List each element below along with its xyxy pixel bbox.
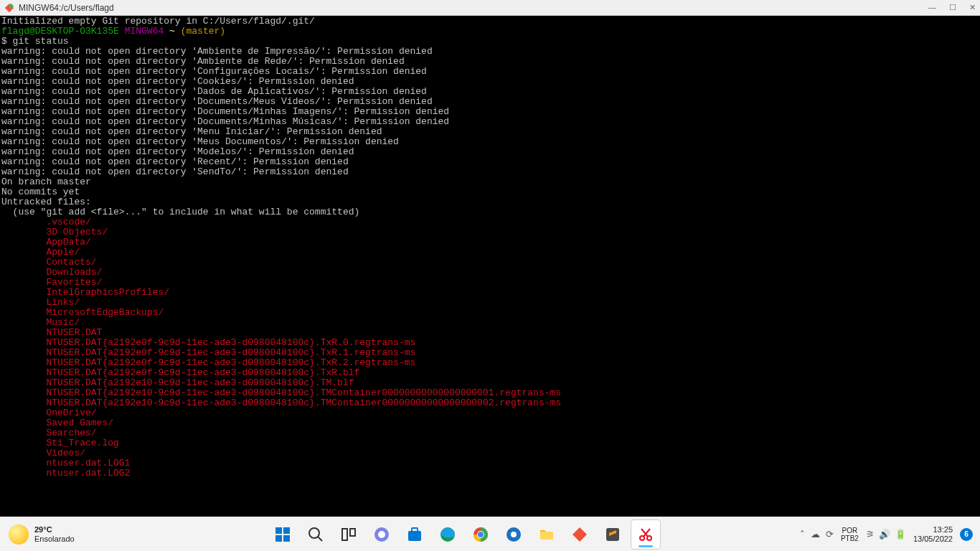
sublime-button[interactable] <box>598 520 627 549</box>
window-titlebar: MINGW64:/c/Users/flagd — ☐ ✕ <box>0 0 980 16</box>
svg-rect-13 <box>408 531 421 541</box>
explorer-button[interactable] <box>532 520 561 549</box>
taskbar-tray: ˄ ☁ ⟳ POR PTB2 ⚞ 🔊 🔋 13:25 13/05/2022 6 <box>800 525 980 544</box>
weather-widget[interactable]: 29°C Ensolarado <box>0 524 129 545</box>
taskbar: 29°C Ensolarado <box>0 517 980 551</box>
widgets-button[interactable] <box>367 520 396 549</box>
chevron-up-icon[interactable]: ˄ <box>800 529 805 540</box>
terminal-output[interactable]: Initialized empty Git repository in C:/U… <box>0 16 980 517</box>
minimize-button[interactable]: — <box>928 3 936 12</box>
svg-rect-6 <box>283 535 290 542</box>
search-button[interactable] <box>301 520 330 549</box>
weather-temp: 29°C <box>34 525 75 534</box>
edge-button[interactable] <box>433 520 462 549</box>
steam-button[interactable] <box>499 520 528 549</box>
notification-badge[interactable]: 6 <box>960 528 973 541</box>
language-button[interactable]: POR PTB2 <box>841 527 859 542</box>
svg-point-20 <box>478 532 484 537</box>
weather-desc: Ensolarado <box>34 534 75 544</box>
battery-icon[interactable]: 🔋 <box>895 529 906 540</box>
maximize-button[interactable]: ☐ <box>949 3 956 12</box>
svg-rect-10 <box>350 529 355 536</box>
sun-icon <box>9 524 29 545</box>
git-button[interactable] <box>565 520 594 549</box>
svg-rect-3 <box>275 527 282 534</box>
task-view-button[interactable] <box>334 520 363 549</box>
svg-line-8 <box>318 537 322 541</box>
svg-rect-5 <box>275 535 282 542</box>
svg-point-22 <box>511 532 517 537</box>
window-title: MINGW64:/c/Users/flagd <box>19 3 114 13</box>
snip-button[interactable] <box>631 520 660 549</box>
sync-icon[interactable]: ⟳ <box>826 529 834 540</box>
svg-rect-9 <box>342 529 347 540</box>
store-button[interactable] <box>400 520 429 549</box>
volume-icon[interactable]: 🔊 <box>879 529 890 540</box>
svg-point-12 <box>378 531 385 538</box>
svg-point-7 <box>309 528 319 538</box>
onedrive-icon[interactable]: ☁ <box>811 529 820 540</box>
close-button[interactable]: ✕ <box>969 3 976 12</box>
svg-marker-24 <box>573 527 587 542</box>
clock-button[interactable]: 13:25 13/05/2022 <box>913 525 953 544</box>
app-icon <box>4 3 14 13</box>
svg-rect-23 <box>540 532 553 540</box>
svg-rect-4 <box>283 527 290 534</box>
taskbar-center <box>129 520 800 549</box>
svg-rect-14 <box>412 528 418 532</box>
start-button[interactable] <box>268 520 297 549</box>
wifi-icon[interactable]: ⚞ <box>866 529 875 540</box>
chrome-button[interactable] <box>466 520 495 549</box>
